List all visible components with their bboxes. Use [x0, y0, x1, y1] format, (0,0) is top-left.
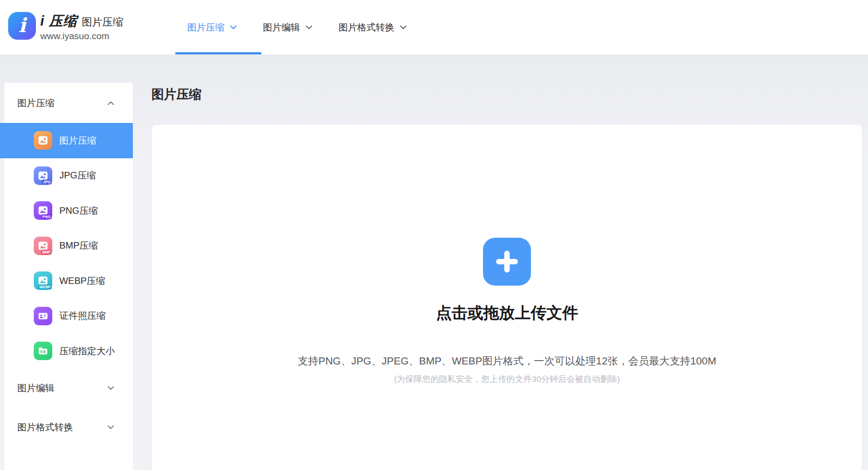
sidebar-item-label: 证件照压缩 — [59, 310, 106, 322]
page-title: 图片压缩 — [151, 86, 201, 103]
sidebar-item-id-photo-compress[interactable]: 证件照压缩 — [4, 299, 133, 334]
sidebar-item-label: 图片压缩 — [59, 134, 96, 147]
sidebar-section-image-edit[interactable]: 图片编辑 — [4, 369, 133, 408]
brand-logo[interactable]: i i 压缩 图片压缩 www.iyasuo.com — [8, 12, 123, 42]
upload-note-text: (为保障您的隐私安全，您上传的文件30分钟后会被自动删除) — [394, 373, 620, 386]
top-nav: 图片压缩 图片编辑 图片格式转换 — [174, 0, 420, 54]
upload-hint-text: 支持PNG、JPG、JPEG、BMP、WEBP图片格式，一次可以处理12张，会员… — [298, 353, 717, 369]
png-badge: PNG — [41, 214, 52, 219]
nav-item-format-convert[interactable]: 图片格式转换 — [326, 0, 420, 54]
brand-url: www.iyasuo.com — [40, 31, 123, 42]
brand-name: i 压缩 — [40, 12, 77, 30]
jpg-compress-icon: JPG — [34, 166, 52, 185]
svg-text:KB: KB — [40, 350, 46, 354]
upload-dropzone[interactable]: 点击或拖放上传文件 支持PNG、JPG、JPEG、BMP、WEBP图片格式，一次… — [151, 124, 863, 470]
sidebar-section-label: 图片压缩 — [17, 97, 54, 109]
nav-item-image-edit[interactable]: 图片编辑 — [250, 0, 326, 54]
sidebar: 图片压缩 图片压缩 JPG JPG压缩 PNG PNG压缩 — [4, 83, 133, 470]
png-compress-icon: PNG — [34, 201, 52, 220]
sidebar-item-webp-compress[interactable]: WEBP WEBP压缩 — [4, 263, 133, 299]
chevron-down-icon — [230, 25, 237, 30]
sidebar-item-jpg-compress[interactable]: JPG JPG压缩 — [4, 158, 133, 194]
nav-item-label: 图片编辑 — [263, 21, 300, 34]
header: i i 压缩 图片压缩 www.iyasuo.com 图片压缩 图片编辑 — [0, 0, 868, 54]
kb-size-icon: KB — [34, 342, 52, 360]
webp-compress-icon: WEBP — [34, 271, 52, 290]
sidebar-section-image-compress[interactable]: 图片压缩 — [4, 83, 133, 123]
nav-item-label: 图片压缩 — [187, 21, 224, 34]
chevron-down-icon — [305, 25, 313, 30]
chevron-down-icon — [107, 386, 114, 391]
plus-icon — [494, 249, 520, 275]
upload-button[interactable] — [483, 238, 531, 286]
page: i i 压缩 图片压缩 www.iyasuo.com 图片压缩 图片编辑 — [0, 0, 868, 470]
sidebar-item-png-compress[interactable]: PNG PNG压缩 — [4, 193, 133, 228]
jpg-badge: JPG — [42, 180, 52, 184]
sidebar-section-label: 图片格式转换 — [17, 421, 73, 434]
brand-text: i 压缩 图片压缩 www.iyasuo.com — [40, 12, 123, 42]
logo-letter: i — [19, 15, 26, 35]
sidebar-item-image-compress[interactable]: 图片压缩 — [0, 123, 133, 158]
sidebar-section-format-convert[interactable]: 图片格式转换 — [4, 408, 133, 447]
webp-badge: WEBP — [38, 285, 52, 289]
nav-item-label: 图片格式转换 — [339, 21, 394, 34]
brand-tagline: 图片压缩 — [82, 15, 123, 29]
sidebar-item-bmp-compress[interactable]: BMP BMP压缩 — [4, 228, 133, 264]
sidebar-item-label: WEBP压缩 — [59, 275, 105, 287]
sidebar-item-label: JPG压缩 — [59, 169, 96, 182]
sidebar-item-label: BMP压缩 — [59, 239, 98, 252]
chevron-down-icon — [400, 25, 407, 30]
nav-item-image-compress[interactable]: 图片压缩 — [174, 0, 250, 54]
chevron-up-icon — [107, 101, 114, 106]
sidebar-item-label: PNG压缩 — [59, 205, 98, 217]
chevron-down-icon — [107, 425, 114, 430]
upload-cta-text: 点击或拖放上传文件 — [436, 302, 578, 324]
app-logo-icon: i — [8, 12, 36, 40]
bmp-badge: BMP — [41, 250, 52, 255]
sidebar-item-compress-to-size[interactable]: KB 压缩指定大小 — [4, 333, 133, 369]
id-photo-icon — [34, 307, 52, 325]
sidebar-item-label: 压缩指定大小 — [59, 345, 115, 357]
sidebar-section-label: 图片编辑 — [17, 382, 54, 394]
bmp-compress-icon: BMP — [34, 237, 52, 255]
image-compress-icon — [34, 131, 52, 150]
